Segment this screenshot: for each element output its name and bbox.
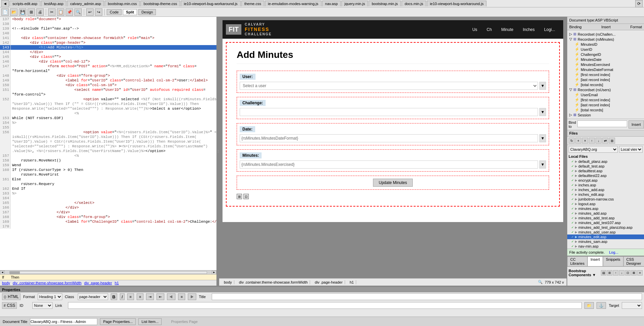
files-refresh-btn[interactable]: ↻ <box>569 138 575 144</box>
class-select[interactable]: page-header <box>78 293 108 300</box>
bs-icon-5[interactable]: ⊡ <box>625 270 631 276</box>
nav-us[interactable]: Us <box>468 25 482 34</box>
open-btn[interactable]: 📂 <box>10 8 18 16</box>
copy-btn[interactable]: 📋 <box>57 8 64 16</box>
tab-ie10-2[interactable]: ie10-viewport-bug-workaround.js <box>427 1 487 6</box>
tab-ie10[interactable]: ie10-viewport-bug-workaround.js <box>181 1 241 6</box>
link-input[interactable] <box>68 302 582 309</box>
ul-btn[interactable]: ≡ <box>137 293 143 300</box>
date-input[interactable]: {rsMinutes.MinutesDateFormat} <box>240 134 538 142</box>
outdent-btn[interactable]: ⇤ <box>157 293 164 300</box>
cursor-icon-2[interactable]: ⊡ <box>243 194 249 199</box>
db-item-recordset3[interactable]: ▽ ⊞ Recordset (rsUsers) <box>569 87 643 92</box>
date-btn[interactable]: ▼ <box>539 134 546 142</box>
tab-testasp[interactable]: testAsp.asp <box>41 1 66 6</box>
challenge-input[interactable] <box>240 108 538 116</box>
bs-icon-4[interactable]: ↓ <box>619 270 624 276</box>
tab-bootstrap-theme[interactable]: bootstrap-theme.css <box>140 1 180 6</box>
breadcrumb-div-container[interactable]: div .container.theme-showcase.formWidth <box>13 281 81 285</box>
bs-icon-6[interactable]: ⊠ <box>631 270 637 276</box>
title-input[interactable] <box>212 293 642 300</box>
tab-calvary-admin[interactable]: calvary_admin.asp <box>67 1 104 6</box>
login-btn[interactable]: Logi... <box>539 25 560 34</box>
page-props-btn[interactable]: Page Properties... <box>100 318 136 325</box>
user-select-btn[interactable]: ▼ <box>539 82 546 90</box>
target-select[interactable] <box>622 302 642 309</box>
file-minutes-add-user[interactable]: ✓▶ minutes_add_user.asp <box>567 230 644 234</box>
db-field-challengeid[interactable]: ⚡ ChallengeID <box>574 52 643 57</box>
link-anchor-btn[interactable]: ⚓ <box>597 302 606 309</box>
db-field-totalrecords[interactable]: ⚡ [total records] <box>574 82 643 87</box>
log-link[interactable]: Log... <box>609 250 618 254</box>
design-scroll[interactable]: FIT CALVARY FITNESS CHALLENGE Us Ch Minu… <box>219 17 567 278</box>
user-select[interactable]: Select a user <box>240 82 538 90</box>
file-default-planz[interactable]: ✓▶ default_planz.asp <box>567 159 644 164</box>
tab-docs[interactable]: docs.min.js <box>402 1 426 6</box>
save-all-btn[interactable]: ⊞ <box>28 8 35 16</box>
minutes-input[interactable]: {rsMinutes.MinutesExercised} <box>240 160 538 169</box>
files-up-btn[interactable]: ↑ <box>589 138 595 144</box>
indent-btn[interactable]: ⇥ <box>146 293 154 300</box>
save-btn[interactable]: 💾 <box>19 8 26 16</box>
tab-bootstrap-css[interactable]: bootstrap.min.css <box>105 1 140 6</box>
undo-btn[interactable]: ↩ <box>86 8 94 16</box>
files-del-btn[interactable]: × <box>582 138 588 144</box>
tab-scripts-edit[interactable]: scripts-edit.asp <box>9 1 40 6</box>
props-css-btn[interactable]: # CSS <box>2 302 17 309</box>
file-inches-edit[interactable]: ✓▶ inches_edit.asp <box>567 192 644 197</box>
server-select[interactable]: ClavaryABQ.org <box>569 146 618 153</box>
file-encrypt[interactable]: ✓▶ encrypt.asp <box>567 178 644 183</box>
hscroll-left[interactable]: ◄ <box>0 270 5 275</box>
tab-css-designer[interactable]: CSS Designer <box>623 256 644 266</box>
db-field-minutesid[interactable]: ⚡ MinutesID <box>574 42 643 47</box>
file-logout[interactable]: ✓▶ logout.asp <box>567 202 644 206</box>
hscroll-track[interactable] <box>9 271 207 274</box>
file-minutes-sam[interactable]: ✓▶ minutes_sam.asp <box>567 239 644 244</box>
align-center-btn[interactable]: ≡ <box>178 293 185 300</box>
db-field-minutesdateformat[interactable]: ⚡ MinutesDateFormat <box>574 67 643 72</box>
submit-btn[interactable]: Update Minutes <box>373 179 413 187</box>
code-hscroll[interactable]: ◄ ► <box>0 270 216 274</box>
file-minutes-add-test[interactable]: ✓▶ minutes_add_test.asp <box>567 216 644 220</box>
nav-ch[interactable]: Ch <box>482 25 497 34</box>
challenge-btn[interactable]: ▼ <box>539 108 546 116</box>
db-item-recordset2[interactable]: ▽ ⊞ Recordset (rsMinutes) <box>569 37 643 42</box>
paste-btn[interactable]: 📌 <box>66 8 73 16</box>
find-btn[interactable]: 🔍 <box>74 8 82 16</box>
tab-snippets[interactable]: Snippets <box>603 256 623 266</box>
h1-crumb[interactable]: h1 <box>348 280 356 284</box>
file-nav-min[interactable]: ✓▶ nav-min.asp <box>567 244 644 249</box>
link-browse-btn[interactable]: 📁 <box>584 302 594 309</box>
nav-inches[interactable]: Inches <box>518 25 539 34</box>
tab-insert[interactable]: Insert <box>587 256 603 266</box>
align-right-btn[interactable]: ⫸ <box>188 293 196 300</box>
ol-btn[interactable]: ≡ <box>127 293 134 300</box>
print-btn[interactable]: 🖨 <box>36 8 44 16</box>
files-down-btn[interactable]: ↓ <box>596 138 602 144</box>
db-item-recordset1[interactable]: ▷ ⊞ Recordset (rsChallen... <box>569 32 643 37</box>
tab-jquery[interactable]: jquery.min.js <box>341 1 368 6</box>
id-select[interactable]: None <box>32 302 53 309</box>
props-html-btn[interactable]: ⟨⟩ HTML <box>2 293 21 300</box>
db-field-firstrecord2[interactable]: ⚡ [first record index] <box>574 97 643 102</box>
db-field-totalrecords2[interactable]: ⚡ [total records] <box>574 107 643 112</box>
files-new-btn[interactable]: + <box>575 138 581 144</box>
breadcrumb-body[interactable]: body <box>2 281 10 285</box>
code-editor[interactable]: 137<body role="document"> 138 139<!--#in… <box>0 17 216 270</box>
format-select[interactable]: Heading 1 <box>38 293 62 300</box>
minutes-btn[interactable]: ▼ <box>539 160 546 169</box>
split-mode-btn[interactable]: Split <box>123 9 137 15</box>
bold-btn[interactable]: B <box>111 293 117 300</box>
db-field-useremail[interactable]: ⚡ UserEmail <box>574 92 643 97</box>
align-left-btn[interactable]: ⫷ <box>167 293 175 300</box>
file-minutes-add-test-planzztop[interactable]: ✓▶ minutes_add_test_planzztop.asp <box>567 225 644 230</box>
tab-nav-left[interactable]: ◄ <box>1 0 9 7</box>
file-default-test[interactable]: ✓▶ default_test.asp <box>567 164 644 169</box>
db-field-lastrecord2[interactable]: ⚡ [last record index] <box>574 102 643 107</box>
list-item-btn[interactable]: List Item... <box>138 318 162 325</box>
doc-title-input[interactable] <box>30 318 97 325</box>
breadcrumb-div-page-header[interactable]: div .page-header <box>84 281 112 285</box>
file-defaulttest22[interactable]: ✓▶ defaulttest22.asp <box>567 173 644 178</box>
db-field-firstrecord[interactable]: ⚡ [first record index] <box>574 72 643 77</box>
db-field-lastrecord[interactable]: ⚡ [last record index] <box>574 77 643 82</box>
